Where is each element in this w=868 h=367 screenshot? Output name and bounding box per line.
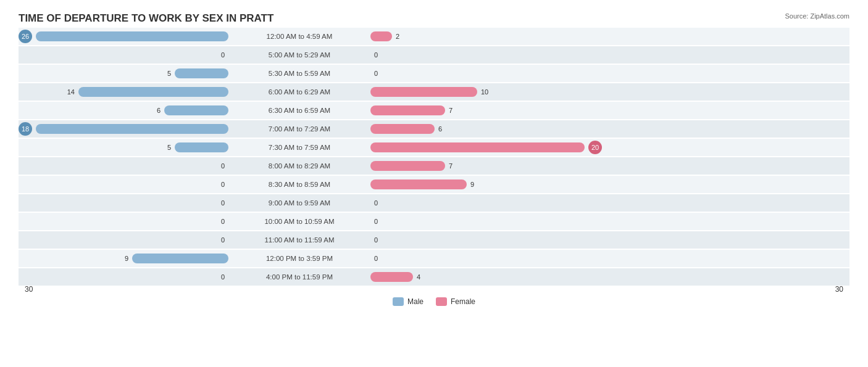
male-value-bubble: 26 (19, 30, 32, 43)
male-section: 0 (19, 194, 228, 212)
male-section: 9 (19, 250, 228, 267)
axis-row: 30 30 (19, 285, 849, 294)
time-label: 6:30 AM to 6:59 AM (228, 107, 370, 114)
female-value: 0 (374, 70, 378, 77)
table-row: 09:00 AM to 9:59 AM0 (19, 194, 849, 212)
female-section: 0 (370, 231, 849, 249)
table-row: 05:00 AM to 5:29 AM0 (19, 46, 849, 64)
male-bar (36, 31, 228, 41)
male-value: 0 (221, 199, 225, 207)
axis-right-label: 30 (835, 285, 849, 294)
female-section: 7 (370, 102, 849, 119)
legend: Male Female (393, 297, 475, 306)
male-value: 9 (125, 255, 128, 262)
time-label: 7:30 AM to 7:59 AM (228, 144, 370, 151)
male-value-bubble: 18 (19, 122, 32, 136)
time-label: 9:00 AM to 9:59 AM (228, 199, 370, 207)
female-value: 6 (438, 125, 442, 133)
time-label: 8:00 AM to 8:29 AM (228, 162, 370, 170)
male-value: 6 (157, 107, 161, 114)
male-value: 0 (221, 51, 225, 59)
female-section: 2 (370, 28, 849, 45)
male-section: 6 (19, 102, 228, 119)
female-section: 4 (370, 268, 849, 286)
male-bar (164, 105, 228, 115)
female-section: 0 (370, 46, 849, 64)
table-row: 55:30 AM to 5:59 AM0 (19, 65, 849, 82)
female-bar (370, 124, 435, 134)
table-row: 146:00 AM to 6:29 AM10 (19, 83, 849, 101)
female-value: 2 (396, 33, 399, 40)
male-section: 18 (19, 120, 228, 138)
female-value: 0 (374, 255, 378, 262)
female-value: 0 (374, 51, 378, 59)
table-row: 08:30 AM to 8:59 AM9 (19, 176, 849, 193)
female-value: 10 (481, 88, 488, 96)
table-row: 187:00 AM to 7:29 AM6 (19, 120, 849, 138)
female-value: 0 (374, 236, 378, 244)
male-value: 0 (221, 273, 225, 281)
table-row: 08:00 AM to 8:29 AM7 (19, 157, 849, 175)
bottom-area: 30 30 Male Female (19, 285, 849, 315)
male-section: 0 (19, 213, 228, 230)
male-bar (175, 142, 228, 152)
time-label: 10:00 AM to 10:59 AM (228, 218, 370, 225)
female-bar (370, 142, 585, 152)
male-bar (175, 68, 228, 78)
time-label: 12:00 AM to 4:59 AM (228, 33, 370, 40)
female-section: 10 (370, 83, 849, 101)
male-section: 26 (19, 28, 228, 45)
female-bar (370, 179, 467, 189)
time-label: 5:30 AM to 5:59 AM (228, 70, 370, 77)
female-section: 6 (370, 120, 849, 138)
male-section: 5 (19, 65, 228, 82)
male-section: 0 (19, 176, 228, 193)
male-section: 14 (19, 83, 228, 101)
time-label: 6:00 AM to 6:29 AM (228, 88, 370, 96)
male-value: 0 (221, 236, 225, 244)
table-row: 010:00 AM to 10:59 AM0 (19, 213, 849, 230)
time-label: 11:00 AM to 11:59 AM (228, 236, 370, 244)
female-section: 0 (370, 194, 849, 212)
male-section: 5 (19, 139, 228, 156)
male-value: 0 (221, 218, 225, 225)
female-bar (370, 272, 413, 282)
female-section: 20 (370, 139, 849, 156)
male-section: 0 (19, 231, 228, 249)
female-section: 0 (370, 65, 849, 82)
time-label: 5:00 AM to 5:29 AM (228, 51, 370, 59)
male-bar (78, 87, 228, 97)
chart-area: 2612:00 AM to 4:59 AM205:00 AM to 5:29 A… (19, 28, 849, 315)
male-section: 0 (19, 46, 228, 64)
time-label: 12:00 PM to 3:59 PM (228, 255, 370, 262)
female-value: 0 (374, 199, 378, 207)
table-row: 912:00 PM to 3:59 PM0 (19, 250, 849, 267)
chart-title: TIME OF DEPARTURE TO WORK BY SEX IN PRAT… (19, 12, 849, 25)
legend-female-label: Female (451, 297, 475, 306)
female-section: 7 (370, 157, 849, 175)
chart-container: TIME OF DEPARTURE TO WORK BY SEX IN PRAT… (0, 0, 868, 367)
male-bar (36, 124, 228, 134)
table-row: 04:00 PM to 11:59 PM4 (19, 268, 849, 286)
legend-male-label: Male (407, 297, 424, 306)
rows-container: 2612:00 AM to 4:59 AM205:00 AM to 5:29 A… (19, 28, 849, 286)
table-row: 011:00 AM to 11:59 AM0 (19, 231, 849, 249)
female-value: 9 (470, 181, 474, 188)
source-text: Source: ZipAtlas.com (785, 12, 849, 20)
female-section: 0 (370, 213, 849, 230)
male-section: 0 (19, 268, 228, 286)
table-row: 57:30 AM to 7:59 AM20 (19, 139, 849, 156)
female-value: 0 (374, 218, 378, 225)
table-row: 2612:00 AM to 4:59 AM2 (19, 28, 849, 45)
time-label: 7:00 AM to 7:29 AM (228, 125, 370, 133)
legend-female: Female (436, 297, 475, 306)
female-bar (370, 105, 445, 115)
male-value: 5 (167, 70, 171, 77)
female-bar (370, 161, 445, 171)
male-bar (132, 254, 228, 263)
legend-female-swatch (436, 297, 447, 306)
time-label: 4:00 PM to 11:59 PM (228, 273, 370, 281)
male-section: 0 (19, 157, 228, 175)
time-label: 8:30 AM to 8:59 AM (228, 181, 370, 188)
female-section: 9 (370, 176, 849, 193)
